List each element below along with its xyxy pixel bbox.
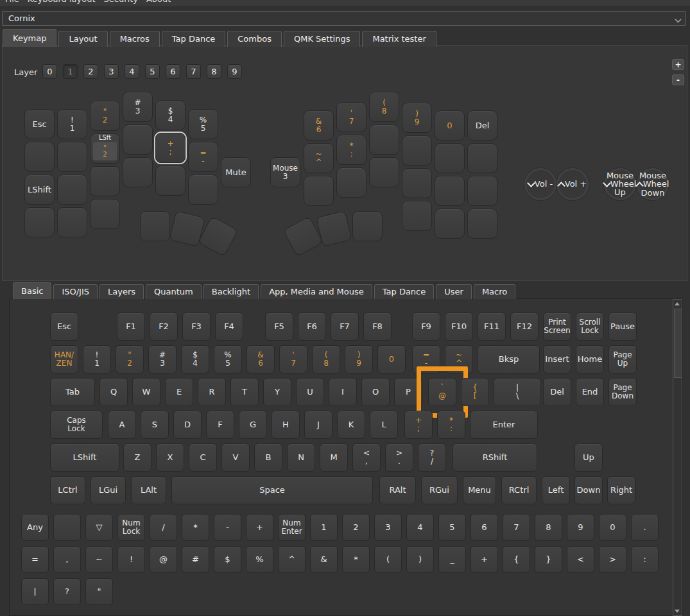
picker-key[interactable]: ? — [53, 578, 81, 605]
tab-macros[interactable]: Macros — [110, 31, 160, 47]
picker-key[interactable]: 5 — [438, 514, 466, 541]
picker-key[interactable]: &6 — [246, 345, 275, 373]
picker-key[interactable]: U — [296, 378, 324, 406]
picker-key[interactable]: HAN/ZEN — [50, 345, 78, 373]
layer-button-7[interactable]: 7 — [186, 64, 201, 79]
picker-key[interactable]: * — [182, 514, 209, 541]
keymap-key[interactable] — [467, 209, 497, 239]
picker-key[interactable]: LAlt — [131, 476, 166, 504]
keyboard-selector[interactable]: Cornix — [2, 11, 686, 26]
tab-macro[interactable]: Macro — [474, 284, 515, 299]
picker-key[interactable] — [53, 514, 81, 541]
picker-key[interactable]: Home — [576, 345, 604, 373]
keymap-key[interactable] — [57, 142, 87, 172]
picker-key[interactable]: } — [535, 546, 562, 573]
scrollbar-up-icon[interactable] — [675, 302, 680, 305]
picker-key[interactable]: *: — [437, 411, 465, 439]
layer-button-4[interactable]: 4 — [125, 64, 139, 79]
picker-key[interactable]: F4 — [215, 312, 243, 341]
picker-key[interactable]: 4 — [406, 514, 434, 541]
picker-key[interactable]: X — [156, 443, 184, 472]
picker-key[interactable]: <, — [352, 443, 381, 472]
keymap-key[interactable]: Mouse3 — [270, 157, 300, 187]
picker-key[interactable]: LShift — [50, 443, 119, 472]
layer-button-1[interactable]: 1 — [63, 64, 78, 79]
picker-key[interactable]: Enter — [470, 411, 538, 439]
picker-key[interactable]: 2 — [342, 514, 370, 541]
tab-layout[interactable]: Layout — [58, 31, 107, 47]
keymap-key[interactable] — [90, 199, 120, 229]
picker-key[interactable]: ! — [117, 546, 145, 573]
tab-tap-dance-picker[interactable]: Tap Dance — [374, 284, 435, 299]
keymap-key[interactable]: =- — [188, 142, 218, 172]
scrollbar-down-icon[interactable] — [675, 610, 680, 613]
keymap-key[interactable] — [57, 175, 87, 205]
picker-key[interactable]: (8 — [312, 345, 340, 373]
picker-key[interactable]: F — [206, 411, 234, 439]
keymap-key[interactable]: '7 — [336, 102, 367, 132]
picker-key[interactable]: 0 — [377, 345, 406, 373]
picker-key[interactable]: C — [189, 443, 217, 472]
tab-keymap[interactable]: Keymap — [3, 29, 56, 47]
keymap-key[interactable] — [402, 168, 432, 198]
picker-key[interactable]: =- — [412, 345, 440, 373]
keymap-key[interactable]: #3 — [123, 92, 153, 122]
picker-key[interactable]: 9 — [567, 514, 594, 541]
picker-key[interactable]: ( — [374, 546, 402, 573]
picker-key[interactable]: L — [370, 411, 398, 439]
picker-key[interactable]: LCtrl — [50, 476, 85, 504]
picker-key[interactable]: F10 — [445, 312, 473, 341]
picker-key[interactable]: V — [221, 443, 250, 472]
picker-key[interactable]: Insert — [543, 345, 571, 373]
picker-key[interactable]: F3 — [182, 312, 211, 341]
picker-key[interactable]: )9 — [345, 345, 373, 373]
picker-key[interactable]: Right — [607, 476, 635, 504]
picker-key[interactable]: ~ — [85, 546, 113, 573]
keymap-key[interactable] — [140, 211, 170, 241]
picker-key[interactable]: F9 — [412, 312, 440, 341]
picker-key[interactable]: ^ — [278, 546, 306, 573]
picker-key[interactable]: { — [503, 546, 530, 573]
keymap-key[interactable] — [467, 143, 497, 173]
layer-button-5[interactable]: 5 — [145, 64, 160, 79]
keymap-key[interactable] — [90, 166, 120, 196]
layer-button-3[interactable]: 3 — [104, 64, 119, 79]
picker-key[interactable]: I — [329, 378, 357, 406]
keymap-key[interactable]: )9 — [402, 103, 432, 133]
picker-key[interactable]: NumEnter — [278, 514, 306, 541]
tab-layers[interactable]: Layers — [99, 284, 144, 299]
picker-key[interactable]: R — [198, 378, 226, 406]
keymap-key[interactable]: *: — [336, 135, 367, 165]
picker-key[interactable]: + — [246, 514, 273, 541]
picker-scrollbar[interactable] — [673, 299, 682, 616]
picker-key[interactable]: !1 — [83, 345, 111, 373]
keymap-key[interactable] — [435, 143, 465, 173]
menu-file[interactable]: File — [5, 0, 19, 5]
picker-key[interactable]: @ — [150, 546, 177, 573]
tab-matrix-tester[interactable]: Matrix tester — [362, 31, 436, 47]
tab-backlight[interactable]: Backlight — [203, 284, 259, 299]
picker-key[interactable]: $4 — [181, 345, 209, 373]
picker-key[interactable]: F11 — [478, 312, 506, 341]
tab-quantum[interactable]: Quantum — [146, 284, 202, 299]
picker-key[interactable]: Esc — [50, 312, 78, 341]
picker-key[interactable]: 8 — [535, 514, 562, 541]
picker-key[interactable]: Space — [171, 476, 373, 504]
keymap-key[interactable] — [435, 176, 465, 206]
tab-tap-dance[interactable]: Tap Dance — [162, 31, 226, 47]
picker-key[interactable]: F5 — [265, 312, 293, 341]
picker-key[interactable]: >. — [385, 443, 413, 472]
keymap-key-selected[interactable]: +; — [155, 133, 185, 163]
keymap-key[interactable]: !1 — [57, 109, 87, 139]
picker-key[interactable]: K — [337, 411, 365, 439]
picker-key[interactable]: A — [108, 411, 136, 439]
keymap-key[interactable] — [123, 124, 153, 155]
picker-key[interactable]: F2 — [150, 312, 178, 341]
picker-key[interactable]: 7 — [503, 514, 530, 541]
picker-key-highlighted[interactable]: `@ — [428, 378, 456, 406]
picker-key[interactable]: ▽ — [85, 514, 113, 541]
picker-key[interactable]: * — [342, 546, 370, 573]
picker-key[interactable]: $ — [214, 546, 241, 573]
menu-about[interactable]: About — [146, 0, 171, 5]
picker-key[interactable]: H — [272, 411, 300, 439]
